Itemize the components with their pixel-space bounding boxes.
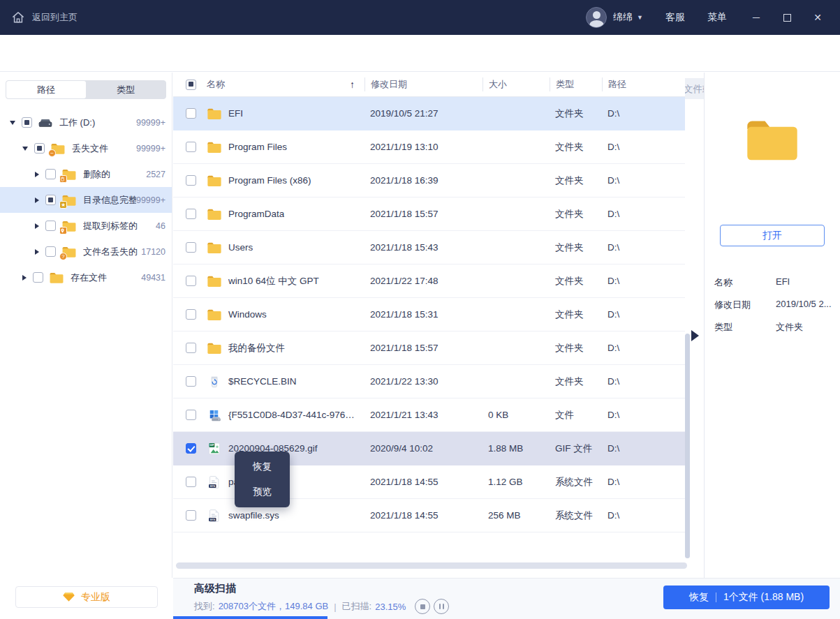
row-checkbox[interactable] [186,209,196,219]
detail-value-type: 文件夹 [776,321,803,335]
row-checkbox[interactable] [186,376,196,387]
item-count: 99999+ [136,195,165,205]
table-row[interactable]: $RECYCLE.BIN 2021/1/22 13:30 文件夹 D:\ [173,365,685,398]
sidebar-item-work-drive[interactable]: 工作 (D:) 99999+ [0,110,172,135]
folder-tree: 工作 (D:) 99999+ − 丢失文件 99999+ 删除的 2527 [0,110,172,290]
table-row[interactable]: win10 64位 中文 GPT 2021/1/22 17:48 文件夹 D:\ [173,264,685,298]
row-checkbox[interactable] [186,477,196,487]
row-checkbox[interactable] [186,309,196,320]
gif-image-icon [207,442,222,456]
pause-scan-button[interactable] [434,599,449,614]
sidebar-item-filename-lost[interactable]: ? 文件名丢失的 17120 [0,239,172,264]
chevron-down-icon[interactable]: ▼ [637,14,643,21]
scan-title: 高级扫描 [194,582,236,595]
tab-type[interactable]: 类型 [86,81,165,98]
table-row[interactable]: Program Files 2021/1/19 13:10 文件夹 D:\ [173,130,685,164]
back-to-home-label: 返回到主页 [32,11,78,24]
stop-scan-button[interactable] [415,599,430,614]
select-all-checkbox[interactable] [186,80,196,90]
titlebar: 返回到主页 绵绵 ▼ 客服 菜单 ─ ✕ [0,0,840,35]
folder-icon [207,207,222,221]
table-row[interactable]: Users 2021/1/18 15:43 文件夹 D:\ [173,231,685,264]
customer-service-link[interactable]: 客服 [665,11,685,24]
sidebar-item-deleted[interactable]: 删除的 2527 [0,161,172,187]
tab-path[interactable]: 路径 [6,81,86,98]
row-checkbox[interactable] [186,276,196,286]
status-bar: 专业版 高级扫描 找到: 208703个文件，149.84 GB | 已扫描: … [0,578,840,619]
row-checkbox[interactable] [186,142,196,152]
table-row[interactable]: ProgramData 2021/1/18 15:57 文件夹 D:\ [173,197,685,231]
row-checkbox[interactable] [186,175,196,186]
table-row[interactable]: {F551C0D8-4D37-441c-976E-... 2021/1/21 1… [173,398,685,432]
chevron-down-icon[interactable] [10,121,15,125]
back-to-home-button[interactable]: 返回到主页 [11,10,78,24]
chevron-right-icon[interactable] [35,197,39,203]
row-checkbox[interactable] [186,108,196,119]
username-label[interactable]: 绵绵 [613,11,633,24]
preview-panel: 打开 名称 EFI 修改日期 2019/10/5 2... 类型 文件夹 [704,73,840,578]
gem-icon [63,592,75,602]
drive-icon [38,117,53,129]
close-button[interactable]: ✕ [802,0,833,35]
star-badge-icon: ★ [59,201,67,209]
chevron-right-icon[interactable] [22,275,27,281]
minimize-button[interactable]: ─ [741,0,772,35]
table-row[interactable]: Program Files (x86) 2021/1/18 16:39 文件夹 … [173,164,685,197]
tree-checkbox[interactable] [45,246,56,257]
tree-checkbox[interactable] [34,143,45,154]
column-date[interactable]: 修改日期 [364,77,482,91]
column-name[interactable]: 名称 [207,78,225,91]
column-path[interactable]: 路径 [602,77,685,91]
sort-ascending-icon[interactable]: ↑ [350,79,355,90]
row-checkbox[interactable] [186,443,196,454]
sidebar-item-tagged[interactable]: 提取到标签的 46 [0,213,172,239]
sidebar: 路径 类型 工作 (D:) 99999+ − 丢失文件 99999+ [0,73,172,578]
table-row[interactable]: 我的备份文件 2021/1/18 15:57 文件夹 D:\ [173,331,685,365]
tree-checkbox[interactable] [45,195,56,205]
context-menu-item-preview[interactable]: 预览 [235,479,290,505]
row-checkbox[interactable] [186,343,196,353]
scan-progress-bar [173,616,327,619]
recover-button[interactable]: 恢复 1个文件 (1.88 MB) [663,586,830,609]
sidebar-item-dir-info-complete[interactable]: ★ 目录信息完整的 99999+ [0,187,172,213]
horizontal-scrollbar[interactable] [176,562,687,569]
column-size[interactable]: 大小 [482,77,550,91]
row-checkbox[interactable] [186,242,196,253]
panel-collapse-arrow[interactable] [691,330,699,341]
item-count: 2527 [146,170,165,179]
tree-checkbox[interactable] [22,117,32,128]
table-row[interactable]: Windows 2021/1/18 15:31 文件夹 D:\ [173,298,685,331]
user-avatar[interactable] [586,7,607,28]
context-menu: 恢复 预览 [235,452,290,507]
menu-link[interactable]: 菜单 [707,11,727,24]
toolbar: ← → ↑ 工作 (D:) › 丢失文件 › 目录信息完整的 筛选 详细信息 [0,35,840,72]
context-menu-item-recover[interactable]: 恢复 [235,454,290,479]
row-checkbox[interactable] [186,510,196,521]
chevron-right-icon[interactable] [35,223,39,229]
vertical-scrollbar[interactable] [685,334,690,558]
sidebar-tabs: 路径 类型 [6,80,166,99]
chevron-right-icon[interactable] [35,172,39,177]
folder-icon [207,341,222,355]
detail-label-date: 修改日期 [714,299,776,313]
chevron-down-icon[interactable] [22,147,28,151]
tree-checkbox[interactable] [45,169,56,179]
stop-icon [420,604,425,609]
tree-checkbox[interactable] [33,272,43,283]
folder-icon [207,140,222,154]
row-checkbox[interactable] [186,410,196,420]
column-type[interactable]: 类型 [550,77,602,91]
sys-file-icon [207,475,222,489]
tree-checkbox[interactable] [45,221,56,231]
open-button[interactable]: 打开 [720,225,825,246]
home-icon [11,10,25,24]
chevron-right-icon[interactable] [35,249,39,255]
maximize-button[interactable] [772,0,802,35]
sidebar-item-lost-files[interactable]: − 丢失文件 99999+ [0,135,172,161]
table-row[interactable]: EFI 2019/10/5 21:27 文件夹 D:\ [173,97,685,130]
found-count: 208703个文件，149.84 GB [219,600,329,613]
pro-version-button[interactable]: 专业版 [15,586,158,608]
recycle-bin-icon [207,375,222,389]
sidebar-item-existing-files[interactable]: 存在文件 49431 [0,264,172,290]
folder-icon [207,241,222,255]
